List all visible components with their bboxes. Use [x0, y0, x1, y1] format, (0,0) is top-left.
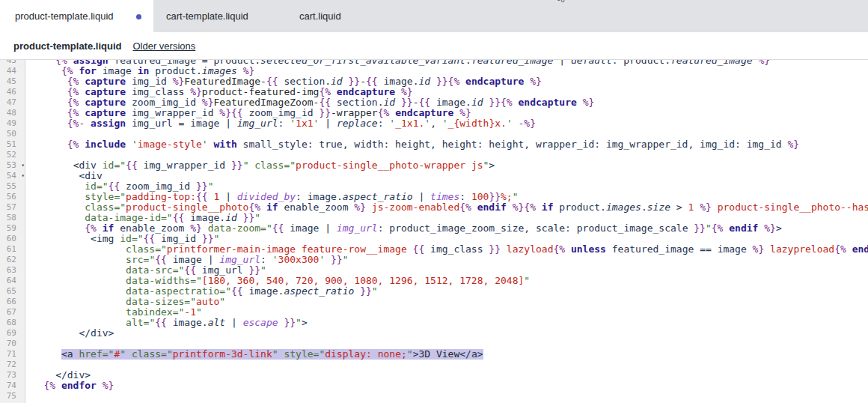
- line-content: {% capture img_id %}FeaturedImage-{{ sec…: [25, 76, 868, 87]
- line-content: {% capture img_wrapper_id %}{{ zoom_img_…: [25, 108, 868, 118]
- line-content: {% if enable_zoom %} data-zoom="{{ image…: [25, 223, 868, 234]
- code-line-62[interactable]: 62 src="{{ image | img_url: '300x300' }}…: [0, 255, 868, 265]
- line-number: 57: [0, 202, 25, 213]
- code-line-58[interactable]: 58 data-image-id="{{ image.id }}": [0, 213, 868, 223]
- line-number: 53▾: [0, 160, 25, 171]
- code-editor[interactable]: 43 {% assign featured_image = product.se…: [0, 59, 868, 403]
- clipped-text-artifact: -0: [557, 0, 566, 4]
- code-line-44[interactable]: 44 {% for image in product.images %}: [0, 66, 868, 76]
- line-content: {% capture zoom_img_id %}FeaturedImageZo…: [25, 97, 868, 108]
- line-number: 56: [0, 192, 25, 202]
- line-content: alt="{{ image.alt | escape }}">: [25, 318, 868, 328]
- line-number: 45: [0, 76, 25, 87]
- code-line-53[interactable]: 53▾ <div id="{{ img_wrapper_id }}" class…: [0, 160, 868, 171]
- code-line-69[interactable]: 69 </div>: [0, 328, 868, 339]
- line-content: <img id="{{ img_id }}": [25, 234, 868, 244]
- line-content: data-image-id="{{ image.id }}": [25, 213, 868, 223]
- line-number: 63: [0, 265, 25, 276]
- code-line-73[interactable]: 73 </div>: [0, 370, 868, 381]
- line-content: {% endfor %}: [25, 381, 868, 391]
- code-lines: 43 {% assign featured_image = product.se…: [0, 59, 868, 402]
- file-title: product-template.liquid: [13, 40, 121, 52]
- tab-label: cart-template.liquid: [166, 10, 248, 22]
- code-line-46[interactable]: 46 {% capture img_class %}product-featur…: [0, 87, 868, 97]
- older-versions-link[interactable]: Older versions: [132, 40, 195, 52]
- code-line-48[interactable]: 48 {% capture img_wrapper_id %}{{ zoom_i…: [0, 108, 868, 118]
- tab-label: product-template.liquid: [15, 10, 114, 22]
- line-content: data-widths="[180, 360, 540, 720, 900, 1…: [25, 276, 868, 286]
- line-content: tabindex="-1": [25, 307, 868, 318]
- file-header: product-template.liquid Older versions: [0, 32, 868, 59]
- line-content: [25, 391, 868, 402]
- code-line-68[interactable]: 68 alt="{{ image.alt | escape }}">: [0, 318, 868, 328]
- tab-cart-template[interactable]: cart-template.liquid: [153, 0, 281, 32]
- line-number: 43: [0, 59, 25, 66]
- line-number: 48: [0, 108, 25, 118]
- line-number: 62: [0, 255, 25, 265]
- tab-product-template[interactable]: product-template.liquid: [0, 0, 153, 32]
- code-line-75[interactable]: 75: [0, 391, 868, 402]
- code-line-74[interactable]: 74 {% endfor %}: [0, 381, 868, 391]
- line-number: 65: [0, 286, 25, 297]
- line-number: 68: [0, 318, 25, 328]
- line-number: 47: [0, 97, 25, 108]
- code-line-57[interactable]: 57 class="product-single__photo{% if ena…: [0, 202, 868, 213]
- code-line-65[interactable]: 65 data-aspectratio="{{ image.aspect_rat…: [0, 286, 868, 297]
- code-line-47[interactable]: 47 {% capture zoom_img_id %}FeaturedImag…: [0, 97, 868, 108]
- line-number: 61: [0, 244, 25, 255]
- code-line-64[interactable]: 64 data-widths="[180, 360, 540, 720, 900…: [0, 276, 868, 286]
- line-content: </div>: [25, 370, 868, 381]
- line-content: style="padding-top:{{ 1 | divided_by: im…: [25, 192, 868, 202]
- code-line-61[interactable]: 61 class="printformer-main-image feature…: [0, 244, 868, 255]
- code-line-54[interactable]: 54▾ <div: [0, 171, 868, 181]
- code-line-50[interactable]: 50: [0, 129, 868, 139]
- code-line-72[interactable]: 72: [0, 360, 868, 370]
- line-number: 60: [0, 234, 25, 244]
- code-line-71[interactable]: 71 <a href="#" class="printform-3d-link"…: [0, 349, 868, 360]
- line-content: id="{{ zoom_img_id }}": [25, 181, 868, 192]
- line-number: 55: [0, 181, 25, 192]
- line-content: class="printformer-main-image feature-ro…: [25, 244, 868, 255]
- line-number: 66: [0, 297, 25, 307]
- line-content: data-aspectratio="{{ image.aspect_ratio …: [25, 286, 868, 297]
- code-line-55[interactable]: 55 id="{{ zoom_img_id }}": [0, 181, 868, 192]
- line-content: {% capture img_class %}product-featured-…: [25, 87, 868, 97]
- line-number: 70: [0, 339, 25, 349]
- line-content: [25, 339, 868, 349]
- code-line-60[interactable]: 60 <img id="{{ img_id }}": [0, 234, 868, 244]
- line-content: class="product-single__photo{% if enable…: [25, 202, 868, 213]
- line-number: 54▾: [0, 171, 25, 181]
- code-line-43[interactable]: 43 {% assign featured_image = product.se…: [0, 59, 868, 66]
- code-line-45[interactable]: 45 {% capture img_id %}FeaturedImage-{{ …: [0, 76, 868, 87]
- code-line-51[interactable]: 51 {% include 'image-style' with small_s…: [0, 139, 868, 150]
- line-content: [25, 150, 868, 160]
- code-line-52[interactable]: 52: [0, 150, 868, 160]
- line-number: 46: [0, 87, 25, 97]
- code-line-59[interactable]: 59 {% if enable_zoom %} data-zoom="{{ im…: [0, 223, 868, 234]
- code-line-56[interactable]: 56 style="padding-top:{{ 1 | divided_by:…: [0, 192, 868, 202]
- line-content: src="{{ image | img_url: '300x300' }}": [25, 255, 868, 265]
- line-content: <a href="#" class="printform-3d-link" st…: [25, 349, 868, 360]
- line-number: 73: [0, 370, 25, 381]
- tab-cart[interactable]: cart.liquid: [281, 0, 385, 32]
- fold-arrow-icon[interactable]: ▾: [21, 161, 25, 170]
- selected-text: <a href="#" class="printform-3d-link" st…: [61, 349, 483, 360]
- line-number: 59: [0, 223, 25, 234]
- line-number: 50: [0, 129, 25, 139]
- code-line-70[interactable]: 70: [0, 339, 868, 349]
- line-content: {%- assign img_url = image | img_url: '1…: [25, 118, 868, 129]
- fold-arrow-icon[interactable]: ▾: [21, 172, 25, 181]
- code-line-49[interactable]: 49 {%- assign img_url = image | img_url:…: [0, 118, 868, 129]
- code-line-66[interactable]: 66 data-sizes="auto": [0, 297, 868, 307]
- line-number: 64: [0, 276, 25, 286]
- line-number: 49: [0, 118, 25, 129]
- line-content: <div id="{{ img_wrapper_id }}" class="pr…: [25, 160, 868, 171]
- line-content: {% assign featured_image = product.selec…: [25, 59, 868, 66]
- code-line-63[interactable]: 63 data-src="{{ img_url }}": [0, 265, 868, 276]
- code-line-67[interactable]: 67 tabindex="-1": [0, 307, 868, 318]
- line-number: 72: [0, 360, 25, 370]
- line-number: 52: [0, 150, 25, 160]
- line-number: 75: [0, 391, 25, 402]
- line-content: {% for image in product.images %}: [25, 66, 868, 76]
- line-content: {% include 'image-style' with small_styl…: [25, 139, 868, 150]
